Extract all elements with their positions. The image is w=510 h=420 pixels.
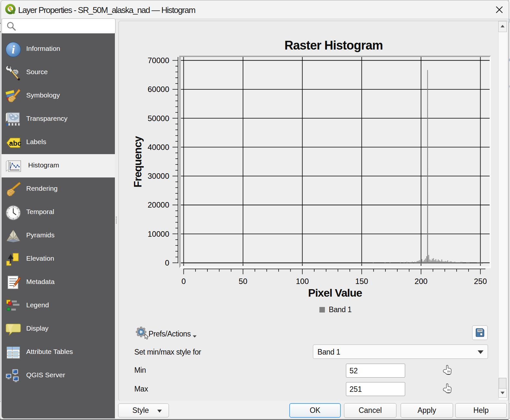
svg-text:70000: 70000 <box>148 56 169 65</box>
svg-text:60000: 60000 <box>148 85 169 94</box>
svg-text:50000: 50000 <box>148 114 169 123</box>
svg-text:150: 150 <box>355 277 368 286</box>
svg-text:10000: 10000 <box>148 230 169 238</box>
svg-text:0: 0 <box>182 277 186 286</box>
svg-text:250: 250 <box>474 277 487 286</box>
svg-text:200: 200 <box>415 277 427 286</box>
svg-text:40000: 40000 <box>148 143 169 152</box>
svg-text:50: 50 <box>239 277 248 286</box>
svg-text:100: 100 <box>296 277 309 286</box>
svg-text:0: 0 <box>165 258 169 267</box>
svg-text:30000: 30000 <box>148 172 169 180</box>
svg-text:i: i <box>12 43 15 56</box>
svg-text:abc: abc <box>9 139 21 147</box>
svg-text:20000: 20000 <box>148 200 169 209</box>
